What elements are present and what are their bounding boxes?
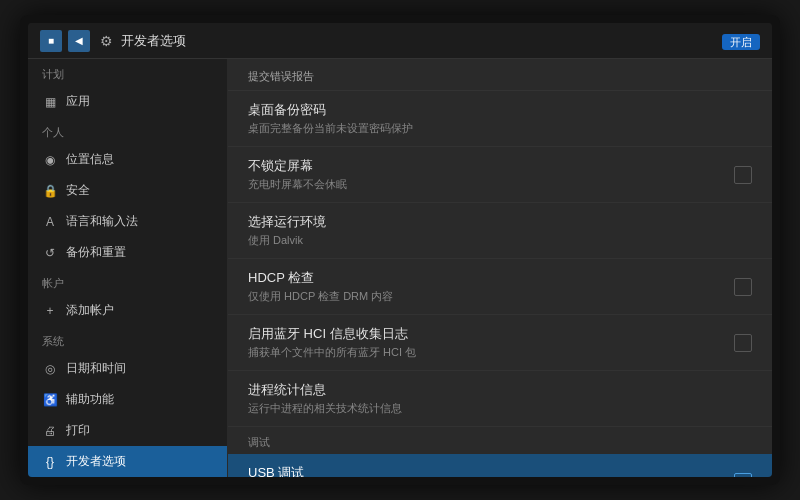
sidebar-item-accessibility[interactable]: ♿ 辅助功能 bbox=[28, 384, 227, 415]
item-subtitle-runtime: 使用 Dalvik bbox=[248, 233, 752, 248]
title-bar: ■ ◀ ⚙ 开发者选项 开启 bbox=[28, 23, 772, 59]
debug-section-label: 调试 bbox=[228, 427, 772, 454]
item-title-hdcp: HDCP 检查 bbox=[248, 269, 734, 287]
settings-item-usb-debug[interactable]: USB 调试 连接 USB 后启用调试模式 ✓ bbox=[228, 454, 772, 477]
sidebar-label-location: 位置信息 bbox=[66, 151, 114, 168]
item-subtitle-desktop-backup: 桌面完整备份当前未设置密码保护 bbox=[248, 121, 752, 136]
sidebar-section-label-system: 系统 bbox=[28, 326, 227, 353]
sidebar-section-label-account: 帐户 bbox=[28, 268, 227, 295]
item-subtitle-bluetooth-hci: 捕获单个文件中的所有蓝牙 HCI 包 bbox=[248, 345, 734, 360]
sidebar-label-print: 打印 bbox=[66, 422, 90, 439]
location-icon: ◉ bbox=[42, 152, 58, 168]
settings-item-text-screen-lock: 不锁定屏幕 充电时屏幕不会休眠 bbox=[248, 157, 734, 192]
settings-item-text-bluetooth-hci: 启用蓝牙 HCI 信息收集日志 捕获单个文件中的所有蓝牙 HCI 包 bbox=[248, 325, 734, 360]
sidebar-item-datetime[interactable]: ◎ 日期和时间 bbox=[28, 353, 227, 384]
add-account-icon: + bbox=[42, 303, 58, 319]
settings-item-text-runtime: 选择运行环境 使用 Dalvik bbox=[248, 213, 752, 248]
sidebar: 计划 ▦ 应用 个人 ◉ 位置信息 🔒 安全 A 语言和输入法 bbox=[28, 59, 228, 477]
settings-item-text: 桌面备份密码 桌面完整备份当前未设置密码保护 bbox=[248, 101, 752, 136]
item-title-usb-debug: USB 调试 bbox=[248, 464, 734, 477]
sidebar-section-label-personal: 个人 bbox=[28, 117, 227, 144]
title-bar-icons: ■ ◀ bbox=[40, 30, 90, 52]
settings-item-text-process-stats: 进程统计信息 运行中进程的相关技术统计信息 bbox=[248, 381, 752, 416]
item-subtitle-hdcp: 仅使用 HDCP 检查 DRM 内容 bbox=[248, 289, 734, 304]
settings-item-bluetooth-hci[interactable]: 启用蓝牙 HCI 信息收集日志 捕获单个文件中的所有蓝牙 HCI 包 bbox=[228, 315, 772, 371]
settings-item-text-usb-debug: USB 调试 连接 USB 后启用调试模式 bbox=[248, 464, 734, 477]
developer-icon: {} bbox=[42, 454, 58, 470]
datetime-icon: ◎ bbox=[42, 361, 58, 377]
checkbox-hdcp[interactable] bbox=[734, 278, 752, 296]
checkbox-usb-debug[interactable]: ✓ bbox=[734, 473, 752, 478]
sidebar-section-label-plan: 计划 bbox=[28, 59, 227, 86]
security-icon: 🔒 bbox=[42, 183, 58, 199]
print-icon: 🖨 bbox=[42, 423, 58, 439]
sidebar-label-language: 语言和输入法 bbox=[66, 213, 138, 230]
gear-icon: ⚙ bbox=[100, 33, 113, 49]
item-title-desktop-backup: 桌面备份密码 bbox=[248, 101, 752, 119]
sidebar-label-security: 安全 bbox=[66, 182, 90, 199]
title-bar-icon-2: ◀ bbox=[68, 30, 90, 52]
item-title-bluetooth-hci: 启用蓝牙 HCI 信息收集日志 bbox=[248, 325, 734, 343]
settings-item-hdcp[interactable]: HDCP 检查 仅使用 HDCP 检查 DRM 内容 bbox=[228, 259, 772, 315]
item-subtitle-screen-lock: 充电时屏幕不会休眠 bbox=[248, 177, 734, 192]
sidebar-item-security[interactable]: 🔒 安全 bbox=[28, 175, 227, 206]
accessibility-icon: ♿ bbox=[42, 392, 58, 408]
apps-icon: ▦ bbox=[42, 94, 58, 110]
content-area: 计划 ▦ 应用 个人 ◉ 位置信息 🔒 安全 A 语言和输入法 bbox=[28, 59, 772, 477]
sidebar-label-developer: 开发者选项 bbox=[66, 453, 126, 470]
monitor-screen: ■ ◀ ⚙ 开发者选项 开启 计划 ▦ 应用 个人 ◉ bbox=[28, 23, 772, 477]
item-title-runtime: 选择运行环境 bbox=[248, 213, 752, 231]
page-title: 开发者选项 bbox=[121, 32, 186, 50]
sidebar-item-add-account[interactable]: + 添加帐户 bbox=[28, 295, 227, 326]
item-subtitle-process-stats: 运行中进程的相关技术统计信息 bbox=[248, 401, 752, 416]
sidebar-item-backup[interactable]: ↺ 备份和重置 bbox=[28, 237, 227, 268]
sidebar-item-language[interactable]: A 语言和输入法 bbox=[28, 206, 227, 237]
settings-item-screen-lock[interactable]: 不锁定屏幕 充电时屏幕不会休眠 bbox=[228, 147, 772, 203]
backup-icon: ↺ bbox=[42, 245, 58, 261]
monitor-outer: ■ ◀ ⚙ 开发者选项 开启 计划 ▦ 应用 个人 ◉ bbox=[20, 15, 780, 485]
checkbox-screen-lock[interactable] bbox=[734, 166, 752, 184]
main-content: 提交错误报告 桌面备份密码 桌面完整备份当前未设置密码保护 不锁定屏幕 充电时屏… bbox=[228, 59, 772, 477]
sidebar-label-accessibility: 辅助功能 bbox=[66, 391, 114, 408]
settings-item-text-hdcp: HDCP 检查 仅使用 HDCP 检查 DRM 内容 bbox=[248, 269, 734, 304]
item-title-screen-lock: 不锁定屏幕 bbox=[248, 157, 734, 175]
sidebar-label-backup: 备份和重置 bbox=[66, 244, 126, 261]
language-icon: A bbox=[42, 214, 58, 230]
sidebar-item-apps[interactable]: ▦ 应用 bbox=[28, 86, 227, 117]
sidebar-label-add-account: 添加帐户 bbox=[66, 302, 114, 319]
enable-badge[interactable]: 开启 bbox=[722, 34, 760, 50]
settings-item-desktop-backup[interactable]: 桌面备份密码 桌面完整备份当前未设置密码保护 bbox=[228, 91, 772, 147]
settings-item-process-stats[interactable]: 进程统计信息 运行中进程的相关技术统计信息 bbox=[228, 371, 772, 427]
settings-item-runtime[interactable]: 选择运行环境 使用 Dalvik bbox=[228, 203, 772, 259]
checkbox-bluetooth-hci[interactable] bbox=[734, 334, 752, 352]
title-bar-icon-1: ■ bbox=[40, 30, 62, 52]
sidebar-label-apps: 应用 bbox=[66, 93, 90, 110]
sidebar-item-developer[interactable]: {} 开发者选项 bbox=[28, 446, 227, 477]
sidebar-item-location[interactable]: ◉ 位置信息 bbox=[28, 144, 227, 175]
section-header: 提交错误报告 bbox=[228, 59, 772, 91]
title-bar-title: ⚙ 开发者选项 bbox=[100, 32, 186, 50]
sidebar-label-datetime: 日期和时间 bbox=[66, 360, 126, 377]
item-title-process-stats: 进程统计信息 bbox=[248, 381, 752, 399]
sidebar-item-print[interactable]: 🖨 打印 bbox=[28, 415, 227, 446]
